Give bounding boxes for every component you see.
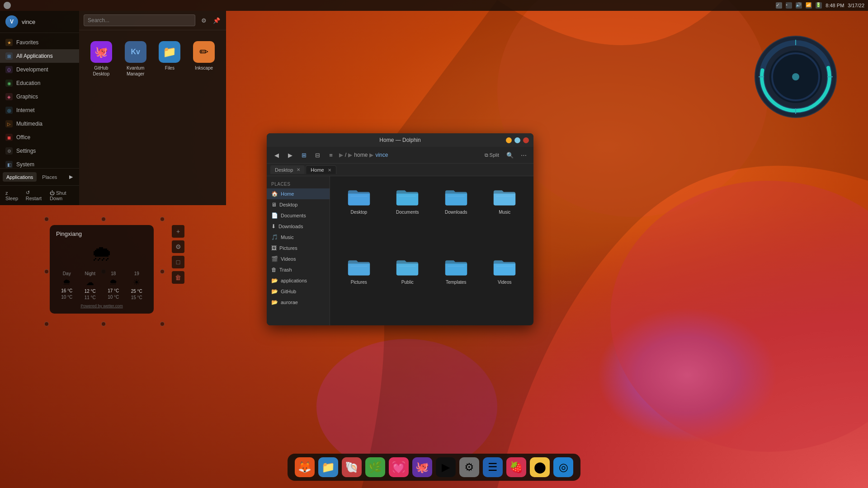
- file-item-desktop[interactable]: Desktop: [337, 183, 381, 248]
- dock-icon-kdeconnect[interactable]: ☰: [483, 457, 503, 477]
- sidebar-item-education[interactable]: ◉Education: [0, 76, 79, 90]
- app-item-github-desktop[interactable]: 🐙GitHub Desktop: [86, 38, 116, 80]
- dock-icon-firefox[interactable]: 🦊: [295, 457, 315, 477]
- tray-icon-screen[interactable]: ▪: [786, 2, 792, 9]
- dolphin-tab-desktop[interactable]: Desktop✕: [270, 165, 305, 174]
- dock-icon-github[interactable]: 🐙: [412, 457, 432, 477]
- settings-button[interactable]: ⚙: [199, 15, 209, 25]
- topbar: ✓ ▪ 🔊 📶 🔋 8:48 PM 3/17/22: [0, 0, 868, 11]
- sidebar-item-favorites[interactable]: ★Favorites: [0, 36, 79, 49]
- breadcrumb-vince[interactable]: vince: [375, 152, 388, 158]
- forward-button[interactable]: ▶: [285, 150, 296, 160]
- file-label-music: Music: [499, 210, 510, 215]
- dock-icon-app4[interactable]: 🌿: [365, 457, 385, 477]
- dock-icon-app10[interactable]: 🍓: [506, 457, 526, 477]
- app-item-kvantum-manager[interactable]: KvKvantum Manager: [121, 38, 151, 80]
- minimize-button[interactable]: [506, 137, 512, 143]
- search-input[interactable]: [84, 14, 195, 26]
- nav-icon-office: ◼: [5, 134, 13, 141]
- widget-add-button[interactable]: +: [172, 225, 184, 238]
- sidebar-item-graphics[interactable]: ◈Graphics: [0, 90, 79, 103]
- file-label-videos: Videos: [498, 280, 511, 285]
- dock-icon-app3[interactable]: 🐚: [342, 457, 362, 477]
- file-item-public[interactable]: Public: [386, 253, 429, 318]
- places-item-applications[interactable]: 📂applications: [267, 275, 330, 286]
- sidebar-item-system[interactable]: ◧System: [0, 158, 79, 168]
- file-item-downloads[interactable]: Downloads: [434, 183, 478, 248]
- widget-lock-button[interactable]: □: [172, 256, 184, 268]
- shutdown-button[interactable]: ⏻ Shut Down: [47, 188, 76, 202]
- tab-applications[interactable]: Applications: [3, 172, 37, 182]
- view-list-button[interactable]: ≡: [326, 150, 336, 160]
- dock-icon-app12[interactable]: ◎: [553, 457, 573, 477]
- dock-icon-terminal[interactable]: ▶: [436, 457, 456, 477]
- tab-more-button[interactable]: ▶: [66, 172, 76, 182]
- places-item-pictures[interactable]: 🖼Pictures: [267, 243, 330, 253]
- places-item-aurorae[interactable]: 📂aurorae: [267, 297, 330, 308]
- places-item-downloads[interactable]: ⬇Downloads: [267, 221, 330, 232]
- launcher-nav: ★Favorites⊞All Applications⟨⟩Development…: [0, 33, 79, 168]
- dolphin-places: 🏠Home🖥Desktop📄Documents⬇Downloads🎵Music🖼…: [267, 188, 330, 308]
- pin-button[interactable]: 📌: [212, 15, 222, 25]
- weather-powered-link[interactable]: Powered by wetter.com: [56, 304, 147, 308]
- dolphin-more-button[interactable]: ⋯: [518, 150, 529, 160]
- tray-icon-network[interactable]: 📶: [806, 2, 812, 9]
- app-item-inkscape[interactable]: ✏Inkscape: [189, 38, 219, 80]
- file-item-documents[interactable]: Documents: [386, 183, 429, 248]
- places-item-videos[interactable]: 🎬Videos: [267, 253, 330, 264]
- back-button[interactable]: ◀: [271, 150, 282, 160]
- dock-icon-settings[interactable]: ⚙: [459, 457, 479, 477]
- dock-icon-files[interactable]: 📁: [318, 457, 338, 477]
- places-item-music[interactable]: 🎵Music: [267, 232, 330, 243]
- weather-city: Pingxiang: [56, 230, 147, 237]
- sidebar-item-internet[interactable]: ◎Internet: [0, 103, 79, 117]
- close-button[interactable]: [523, 137, 529, 143]
- sidebar-item-multimedia[interactable]: ▷Multimedia: [0, 117, 79, 131]
- restart-button[interactable]: ↺ Restart: [23, 188, 45, 202]
- tray-icon-audio[interactable]: 🔊: [796, 2, 802, 9]
- places-item-desktop[interactable]: 🖥Desktop: [267, 199, 330, 210]
- topbar-app-icon: [4, 2, 11, 9]
- file-item-templates[interactable]: Templates: [434, 253, 478, 318]
- launcher-actions: z Sleep↺ Restart⏻ Shut Down: [0, 185, 79, 205]
- dock-icon-ekg[interactable]: 💓: [389, 457, 409, 477]
- sleep-button[interactable]: z Sleep: [3, 188, 21, 202]
- sidebar-item-settings[interactable]: ⚙Settings: [0, 144, 79, 158]
- file-item-music[interactable]: Music: [483, 183, 527, 248]
- sidebar-item-development[interactable]: ⟨⟩Development: [0, 63, 79, 76]
- maximize-button[interactable]: [514, 137, 520, 143]
- dolphin-search-button[interactable]: 🔍: [505, 150, 515, 160]
- places-item-home[interactable]: 🏠Home: [267, 188, 330, 199]
- widget-delete-button[interactable]: 🗑: [172, 271, 184, 284]
- app-item-files[interactable]: 📁Files: [155, 38, 185, 80]
- forecast-high-1: 12 °C: [85, 289, 96, 294]
- app-label-github-desktop: GitHub Desktop: [88, 65, 114, 77]
- nav-icon-internet: ◎: [5, 107, 13, 114]
- breadcrumb-root[interactable]: /: [345, 152, 346, 158]
- tray-icon-battery[interactable]: 🔋: [816, 2, 822, 9]
- breadcrumb-home[interactable]: home: [354, 152, 368, 158]
- places-icon-documents: 📄: [271, 212, 278, 219]
- launcher-main: ⚙ 📌 🐙GitHub DesktopKvKvantum Manager📁Fil…: [79, 11, 226, 205]
- places-item-trash[interactable]: 🗑Trash: [267, 264, 330, 275]
- places-item-github[interactable]: 📂GitHub: [267, 286, 330, 297]
- tray-icon-checkmark[interactable]: ✓: [776, 2, 782, 9]
- forecast-low-3: 15 °C: [131, 295, 142, 300]
- view-compact-button[interactable]: ⊟: [312, 150, 323, 160]
- places-item-documents[interactable]: 📄Documents: [267, 210, 330, 221]
- clock-time: 8:48 PM: [826, 3, 844, 8]
- view-icons-button[interactable]: ⊞: [298, 150, 309, 160]
- tab-close-button[interactable]: ✕: [328, 168, 331, 173]
- file-item-pictures[interactable]: Pictures: [337, 253, 381, 318]
- sidebar-item-all-applications[interactable]: ⊞All Applications: [0, 49, 79, 63]
- anchor-dot-4: [44, 269, 49, 274]
- file-label-public: Public: [401, 280, 414, 285]
- file-item-videos[interactable]: Videos: [483, 253, 527, 318]
- tab-close-button[interactable]: ✕: [297, 167, 300, 172]
- dock-icon-app11[interactable]: ⬤: [530, 457, 550, 477]
- sidebar-item-office[interactable]: ◼Office: [0, 131, 79, 144]
- widget-settings-button[interactable]: ⚙: [172, 240, 184, 253]
- dolphin-tab-home[interactable]: Home✕: [306, 165, 336, 174]
- dolphin-split-button[interactable]: ⧉ Split: [482, 150, 502, 160]
- tab-places[interactable]: Places: [38, 172, 61, 182]
